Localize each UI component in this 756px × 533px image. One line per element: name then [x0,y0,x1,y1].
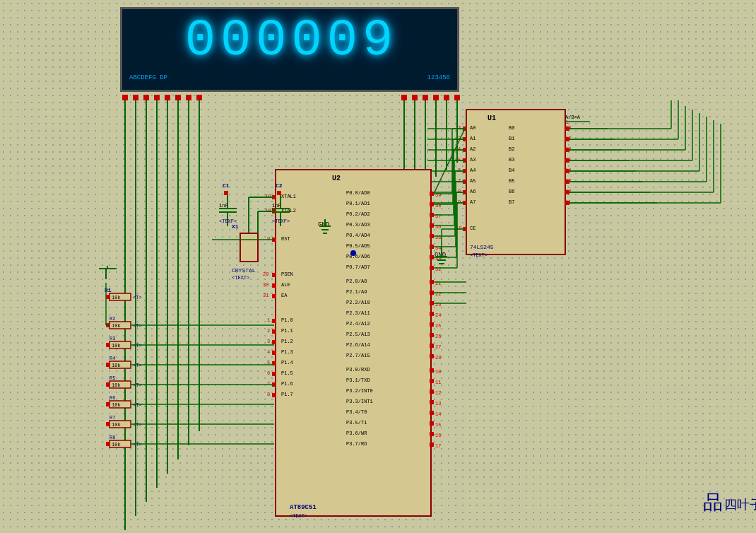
pin-dot [433,95,439,100]
u2-pin-p26: P2.6/A14 [346,342,370,348]
display-label-left: ABCDEFG DP [129,74,167,81]
bus-wire-1 [434,129,465,194]
display-label-right: 123456 [427,74,450,81]
u1-pnum-19: 19 [456,226,461,231]
seven-segment-display: 0 0 0 0 0 9 ABCDEFG DP 123456 [120,7,459,92]
r5-pin-dot [106,382,110,387]
u2-pin-dot-r-p31 [430,379,434,383]
u2-pnum-36: 36 [435,224,441,230]
r4-value: 10k [112,363,121,368]
u1-pin-dot-l1 [463,127,467,131]
u1-pin-dot-l2 [463,137,467,141]
r6-pin-dot [106,402,110,406]
u1-pnum-2: 2 [458,125,461,131]
r4-label: R4 [110,356,115,361]
u1-pin-a3: A3 [470,157,476,163]
u1-pin-b1: B1 [509,136,514,141]
u1-pnum-15: 15 [565,157,571,163]
digit-3: 0 [256,16,288,66]
u2-pin-dot-r-p30 [430,368,434,373]
u2-pin-dot-r-p20 [430,280,434,284]
u2-pnum-18: 18 [265,208,271,213]
c2-pin-dot [277,191,281,195]
r8-subtext: <T> [133,442,142,447]
u2-pin-p25: P2.5/A13 [346,332,370,337]
u2-pnum-31: 31 [263,293,268,298]
u2-pin-dot-r-p23 [430,312,434,316]
u2-pnum-32: 32 [435,266,441,272]
c2-value: 1nF [272,203,281,209]
r2-value: 10k [112,323,121,329]
r2-label: R2 [110,316,115,322]
u1-pin-a7: A7 [470,199,476,205]
u2-pin-dot-r-p21 [430,291,434,295]
u2-pin-dot-r-p27 [430,354,434,358]
u2-pin-p17: P1.7 [281,392,293,397]
u2-pin-p20: P2.0/A8 [346,279,367,284]
u2-pin-dot-r-p06 [430,255,434,259]
r2-subtext: <T> [133,323,142,329]
c1-value: 1nF [219,203,228,209]
u1-pnum-14: 14 [565,168,571,173]
r7-label: R7 [110,415,115,421]
u2-pnum-23: 23 [435,302,441,308]
u2-subtext: <TEXT> [290,513,307,519]
u2-pin-dot-r-p07 [430,266,434,270]
u1-pnum-13: 13 [565,178,571,184]
crystal-label-x1: X1 [232,223,239,230]
u2-pnum-24: 24 [435,312,441,318]
u2-pnum-8: 8 [267,392,270,397]
u2-pnum-5: 5 [267,360,270,365]
gnd-1: GND [318,221,329,228]
u2-pin-p00: P0.0/AD0 [346,190,370,196]
digit-2: 0 [220,16,252,66]
digit-1: 0 [185,16,217,66]
u1-pin-a0: A0 [470,125,476,131]
u2-pnum-15: 15 [435,422,441,428]
pin-dot [196,95,202,100]
u2-pin-dot-r-p37 [430,443,434,447]
u2-pin-p04: P0.4/AD4 [346,233,370,238]
u2-pin-dot-r-p03 [430,223,434,228]
crystal-subtext: <TEXT> [232,275,249,281]
u2-pin-dot-p13 [272,351,276,355]
u2-pin-dot-r-p02 [430,213,434,217]
u1-pnum-1: 1 [565,119,568,125]
u2-pin-dot-r-p22 [430,301,434,305]
r3-pin-dot [106,343,110,347]
u2-pin-p16: P1.6 [281,381,293,387]
u2-pin-p24: P2.4/A12 [346,321,370,327]
u1-pin-dot-l4 [463,158,467,163]
u2-pin-dot-p11 [272,329,276,334]
r3-subtext: <T> [133,343,142,348]
u2-pin-p27: P2.7/A15 [346,353,370,358]
c1-label: C1 [223,182,230,189]
u1-pin-a5: A5 [470,178,476,184]
u2-pin-p22: P2.2/A10 [346,300,370,305]
r6-subtext: <T> [133,402,142,408]
u1-pnum-6: 6 [458,168,461,173]
u2-pin-dot-r-p33 [430,400,434,404]
u2-pnum-14: 14 [435,411,441,417]
c1-pin-dot [224,191,228,195]
u1-pin-dot-l3 [463,148,467,152]
u2-pin-p07: P0.7/AD7 [346,264,370,270]
pin-dot [454,95,460,100]
u1-label: U1 [488,115,496,122]
u1-pnum-7: 7 [458,178,461,184]
u2-pin-p05: P0.5/AD5 [346,243,370,249]
r8-label: R8 [110,435,115,440]
u1-pin-dot-l5 [463,169,467,173]
r5-subtext: <T> [133,382,142,388]
u2-pnum-9: 9 [267,236,270,242]
pin-dot [133,95,138,100]
u1-pin-a2: A2 [470,146,476,152]
u2-pin-p15: P1.5 [281,370,293,376]
r6-value: 10k [112,402,121,408]
r7-body [110,421,131,428]
u2-pnum-1: 1 [267,317,270,323]
u2-pin-dot-r-p26 [430,344,434,348]
u2-pin-dot-psen [272,273,276,277]
u1-pin-b3: B3 [509,157,514,163]
u2-pin-dot-r-p05 [430,245,434,249]
